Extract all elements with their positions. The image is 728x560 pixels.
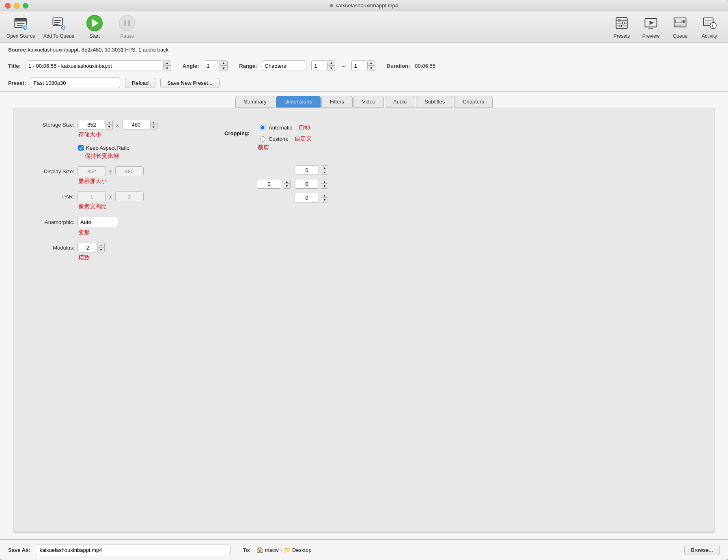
title-field-label: Title:	[8, 63, 21, 69]
preview-button[interactable]: Preview	[639, 15, 663, 39]
tab-video[interactable]: Video	[353, 96, 384, 108]
crop-bottom-up[interactable]: ▲	[321, 193, 328, 198]
range-end-down[interactable]: ▼	[368, 66, 375, 71]
par-annotation: 像素宽高比	[78, 203, 200, 210]
storage-height-input[interactable]	[122, 120, 151, 129]
activity-icon: i	[701, 15, 718, 32]
tab-chapters[interactable]: Chapters	[454, 96, 493, 108]
par-h-input	[115, 192, 144, 201]
browse-button[interactable]: Browse...	[684, 545, 720, 555]
folder-icon: 📁	[284, 547, 291, 553]
maximize-button[interactable]	[23, 3, 28, 9]
to-label: To:	[243, 547, 250, 553]
angle-spinner-up[interactable]: ▲	[220, 61, 227, 66]
range-start-down[interactable]: ▼	[327, 66, 335, 71]
start-icon	[86, 15, 103, 32]
tabs-container: Summary Dimensions Filters Video Audio S…	[0, 92, 728, 108]
pause-button[interactable]: Pause	[115, 15, 139, 39]
range-end-input[interactable]	[351, 60, 368, 71]
storage-width-input[interactable]	[78, 120, 106, 129]
keep-aspect-annotation: 保持长宽比例	[85, 153, 200, 160]
crop-left-down[interactable]: ▼	[284, 184, 290, 188]
source-label: Source:	[8, 47, 28, 53]
angle-spinner-down[interactable]: ▼	[220, 66, 227, 71]
add-to-queue-label: Add To Queue	[43, 33, 75, 39]
tab-subtitles[interactable]: Subtitles	[416, 96, 453, 108]
storage-height-down[interactable]: ▼	[151, 125, 157, 129]
save-user: macw	[265, 547, 279, 553]
tab-summary[interactable]: Summary	[235, 96, 275, 108]
title-input[interactable]	[26, 60, 164, 71]
svg-marker-22	[650, 21, 654, 25]
minimize-button[interactable]	[14, 3, 19, 9]
range-start-up[interactable]: ▲	[327, 61, 335, 66]
storage-width-wrapper: ▲ ▼	[78, 120, 113, 129]
save-folder: Desktop	[292, 547, 312, 553]
activity-button[interactable]: i Activity	[697, 15, 722, 39]
modulus-row: Modulus: ▲ ▼	[30, 243, 200, 252]
title-spinner-up[interactable]: ▲	[164, 61, 171, 66]
tab-filters[interactable]: Filters	[321, 96, 353, 108]
preset-select[interactable]: Fast 1080p30	[31, 78, 120, 88]
range-start-input[interactable]	[311, 60, 327, 71]
keep-aspect-checkbox[interactable]	[78, 145, 84, 151]
reload-button[interactable]: Reload	[125, 78, 155, 88]
crop-right-up[interactable]: ▲	[321, 179, 328, 184]
custom-radio[interactable]	[260, 136, 265, 142]
crop-bottom-input[interactable]	[295, 193, 319, 202]
storage-size-label: Storage Size:	[30, 122, 74, 128]
source-value: kaixuelashouxinbappt, 852x480, 30.3031 F…	[28, 47, 168, 53]
cropping-annotation: 裁剪	[258, 144, 328, 151]
tab-dimensions[interactable]: Dimensions	[276, 96, 321, 108]
close-button[interactable]	[5, 3, 11, 9]
dimensions-panel: Storage Size: ▲ ▼ x	[13, 108, 715, 533]
save-as-input[interactable]	[36, 545, 230, 555]
storage-width-up[interactable]: ▲	[106, 120, 112, 125]
modulus-input[interactable]	[78, 243, 98, 252]
add-to-queue-button[interactable]: Add To Queue	[43, 15, 75, 39]
traffic-lights	[5, 3, 28, 9]
path-separator: ›	[280, 547, 282, 553]
modulus-down[interactable]: ▼	[98, 248, 104, 252]
angle-label: Angle:	[183, 63, 199, 69]
title-spinner-down[interactable]: ▼	[164, 66, 171, 71]
range-end-up[interactable]: ▲	[368, 61, 375, 66]
preset-label: Preset:	[8, 80, 26, 86]
angle-input[interactable]	[204, 60, 220, 71]
storage-x-sep: x	[116, 122, 119, 128]
preset-row: Preset: Fast 1080p30 Reload Save New Pre…	[0, 74, 728, 92]
anamorphic-label: Anamorphic:	[30, 219, 74, 225]
crop-bottom-down[interactable]: ▼	[321, 198, 328, 202]
open-source-button[interactable]: Open Source	[6, 15, 35, 39]
storage-height-up[interactable]: ▲	[151, 120, 157, 125]
presets-button[interactable]: Presets	[610, 15, 634, 39]
activity-label: Activity	[702, 33, 717, 39]
storage-size-row: Storage Size: ▲ ▼ x	[30, 120, 200, 129]
crop-left-input[interactable]	[257, 179, 281, 189]
automatic-radio[interactable]	[260, 125, 265, 130]
modulus-up[interactable]: ▲	[98, 243, 104, 248]
window-title: kaixuelashouxinbappt.mp4	[330, 2, 398, 9]
queue-icon	[672, 15, 689, 32]
display-size-annotation: 显示屏大小	[78, 178, 200, 185]
crop-top-input[interactable]	[295, 165, 319, 175]
crop-top-down[interactable]: ▼	[321, 170, 328, 174]
cropping-radio-group: Automatic 自动 Custom: 自定义	[260, 124, 312, 142]
crop-right-down[interactable]: ▼	[321, 184, 328, 188]
toolbar: Open Source Add To Queue	[0, 11, 728, 43]
display-height-input	[115, 166, 144, 176]
tab-audio[interactable]: Audio	[385, 96, 415, 108]
display-x-sep: x	[109, 168, 112, 174]
anamorphic-select[interactable]: Auto	[78, 217, 118, 227]
storage-width-down[interactable]: ▼	[106, 125, 112, 129]
custom-annotation: 自定义	[295, 135, 312, 142]
crop-top-up[interactable]: ▲	[321, 166, 328, 170]
range-select[interactable]: Chapters	[262, 60, 306, 71]
svg-rect-26	[683, 20, 685, 23]
range-dash: –	[342, 63, 345, 69]
queue-button[interactable]: Queue	[668, 15, 692, 39]
crop-left-up[interactable]: ▲	[284, 179, 290, 184]
start-button[interactable]: Start	[82, 15, 107, 39]
save-new-preset-button[interactable]: Save New Preset...	[160, 78, 219, 88]
crop-right-input[interactable]	[295, 179, 319, 189]
